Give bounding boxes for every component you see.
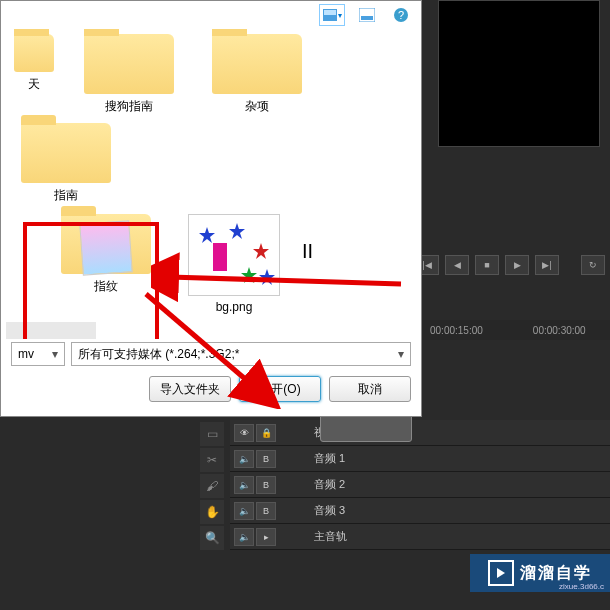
folder-item[interactable]: 搜狗指南 — [69, 34, 189, 115]
time-mark: 00:00:15:00 — [430, 325, 483, 336]
transport-controls: |◀ ◀ ■ ▶ ▶| ↻ — [415, 255, 605, 275]
time-mark: 00:00:30:00 — [533, 325, 586, 336]
folder-label: 指南 — [6, 187, 126, 204]
svg-rect-6 — [213, 243, 227, 271]
track-label: 音频 1 — [314, 451, 345, 466]
svg-marker-9 — [253, 243, 269, 259]
transport-loop[interactable]: ↻ — [581, 255, 605, 275]
image-thumbnail: II — [302, 214, 392, 289]
folder-label: 天 — [6, 76, 61, 93]
hand-tool-icon[interactable]: ✋ — [200, 500, 224, 524]
watermark-text: 溜溜自学 — [520, 563, 592, 584]
watermark-url: zixue.3d66.c — [559, 582, 604, 591]
track-lock-icon[interactable]: 🔒 — [256, 424, 276, 442]
image-thumbnail — [188, 214, 280, 296]
svg-marker-7 — [199, 227, 215, 243]
file-label: bg.png — [174, 300, 294, 314]
timeline-ruler[interactable]: 00:00:15:00 00:00:30:00 00:00:4 — [420, 320, 610, 340]
folder-icon — [21, 123, 111, 183]
preview-monitor — [438, 0, 600, 147]
file-browser[interactable]: 天 搜狗指南 杂项 指南 指纹 — [1, 29, 421, 339]
file-item-image[interactable]: II — [302, 214, 382, 314]
open-button[interactable]: 打开(O) — [239, 376, 321, 402]
solo-icon[interactable]: B — [256, 502, 276, 520]
svg-rect-3 — [361, 16, 373, 20]
folder-icon — [14, 34, 54, 72]
transport-next[interactable]: ▶| — [535, 255, 559, 275]
mute-icon[interactable]: 🔈 — [234, 450, 254, 468]
track-visibility-icon[interactable]: 👁 — [234, 424, 254, 442]
tool-dock: ▭ ✂ 🖌 ✋ 🔍 — [198, 420, 226, 552]
track-master[interactable]: 🔈 ▸ 主音轨 — [230, 524, 610, 550]
folder-icon — [84, 34, 174, 94]
dialog-filter-row: mv 所有可支持媒体 (*.264;*.3G2;* — [1, 339, 421, 369]
timeline-tracks: 👁 🔒 视频 1 🔈 B 音频 1 🔈 B 音频 2 🔈 B 音频 3 🔈 ▸ … — [230, 420, 610, 550]
folder-item[interactable]: 指纹 — [46, 214, 166, 314]
view-mode-icon[interactable]: ▾ — [319, 4, 345, 26]
zoom-tool-icon[interactable]: 🔍 — [200, 526, 224, 550]
track-label: 音频 2 — [314, 477, 345, 492]
filename-combo[interactable]: mv — [11, 342, 65, 366]
text-tool-icon[interactable]: 🖌 — [200, 474, 224, 498]
file-open-dialog: ▾ ? 天 搜狗指南 杂项 指南 — [0, 0, 422, 417]
svg-marker-11 — [259, 269, 275, 285]
folder-icon — [61, 214, 151, 274]
track-label: 主音轨 — [314, 529, 347, 544]
file-item-image[interactable]: bg.png — [174, 214, 294, 314]
transport-step-fwd[interactable]: ▶ — [505, 255, 529, 275]
folder-label: 指纹 — [46, 278, 166, 295]
import-folder-button[interactable]: 导入文件夹 — [149, 376, 231, 402]
svg-marker-10 — [241, 267, 257, 283]
track-audio-1[interactable]: 🔈 B 音频 1 — [230, 446, 610, 472]
cancel-button[interactable]: 取消 — [329, 376, 411, 402]
expand-icon[interactable]: ▸ — [256, 528, 276, 546]
folder-item[interactable]: 天 — [6, 34, 61, 115]
mute-icon[interactable]: 🔈 — [234, 502, 254, 520]
filetype-filter-combo[interactable]: 所有可支持媒体 (*.264;*.3G2;* — [71, 342, 411, 366]
solo-icon[interactable]: B — [256, 476, 276, 494]
folder-label: 杂项 — [197, 98, 317, 115]
transport-stop[interactable]: ■ — [475, 255, 499, 275]
svg-text:?: ? — [398, 9, 404, 21]
mute-icon[interactable]: 🔈 — [234, 476, 254, 494]
folder-label: 搜狗指南 — [69, 98, 189, 115]
file-item-unknown[interactable] — [6, 322, 66, 339]
track-audio-2[interactable]: 🔈 B 音频 2 — [230, 472, 610, 498]
folder-item[interactable]: 指南 — [6, 123, 126, 204]
dialog-toolbar: ▾ ? — [1, 1, 421, 29]
folder-icon — [212, 34, 302, 94]
watermark: 溜溜自学 zixue.3d66.c — [470, 554, 610, 592]
track-label: 音频 3 — [314, 503, 345, 518]
track-video-1[interactable]: 👁 🔒 视频 1 — [230, 420, 610, 446]
file-thumbnail — [6, 322, 96, 339]
organize-icon[interactable] — [355, 5, 379, 25]
help-icon[interactable]: ? — [389, 5, 413, 25]
transport-step-back[interactable]: ◀ — [445, 255, 469, 275]
track-audio-3[interactable]: 🔈 B 音频 3 — [230, 498, 610, 524]
mute-icon[interactable]: 🔈 — [234, 528, 254, 546]
svg-rect-1 — [324, 10, 336, 15]
dialog-button-row: 导入文件夹 打开(O) 取消 — [1, 369, 421, 409]
solo-icon[interactable]: B — [256, 450, 276, 468]
selection-tool-icon[interactable]: ▭ — [200, 422, 224, 446]
svg-marker-8 — [229, 223, 245, 239]
razor-tool-icon[interactable]: ✂ — [200, 448, 224, 472]
play-icon — [488, 560, 514, 586]
folder-item[interactable]: 杂项 — [197, 34, 317, 115]
